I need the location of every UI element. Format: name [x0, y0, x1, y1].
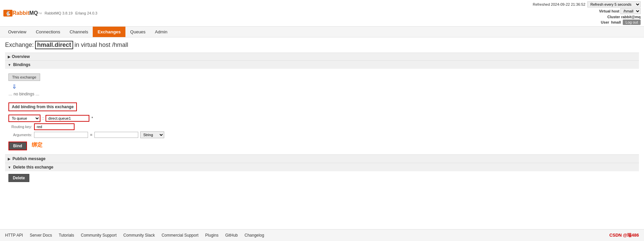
- bind-label-chinese: 绑定: [32, 142, 42, 149]
- title-prefix: Exchange:: [5, 41, 34, 49]
- logo-mq-text: MQ: [29, 10, 38, 16]
- routing-key-row: Routing key:: [8, 123, 636, 130]
- publish-section-header[interactable]: ▶ Publish message: [5, 154, 639, 163]
- colon-separator: :: [42, 116, 43, 121]
- overview-expand-icon: ▶: [8, 55, 10, 59]
- bindings-collapse-icon: ▼: [8, 63, 11, 67]
- nav-connections[interactable]: Connections: [31, 27, 65, 37]
- delete-button[interactable]: Delete: [8, 174, 29, 182]
- refreshed-timestamp: Refreshed 2024-09-22 21:36:52: [533, 2, 585, 6]
- erlang-version: Erlang 24.0.3: [75, 11, 97, 15]
- logout-button[interactable]: Log out: [623, 20, 641, 25]
- bind-button[interactable]: Bind: [8, 142, 27, 150]
- exchange-name: hmall.direct: [35, 41, 73, 49]
- nav-queues[interactable]: Queues: [125, 27, 150, 37]
- delete-label: Delete this exchange: [13, 165, 53, 170]
- down-arrow-icon: ⇓: [12, 83, 636, 90]
- arguments-label: Arguments:: [8, 133, 32, 137]
- this-exchange-button[interactable]: This exchange: [8, 73, 40, 81]
- bindings-section-header[interactable]: ▼ Bindings: [5, 60, 639, 69]
- virtual-host-select[interactable]: /hmall: [620, 8, 641, 14]
- bind-button-row: Bind 绑定: [8, 140, 636, 150]
- publish-expand-icon: ▶: [8, 157, 10, 161]
- routing-key-label: Routing key:: [8, 125, 32, 129]
- navigation: Overview Connections Channels Exchanges …: [0, 27, 644, 37]
- logo-rabbit-text: Rabbit: [12, 10, 29, 16]
- arguments-value-input[interactable]: [94, 132, 138, 138]
- user-value: hmall: [611, 20, 621, 24]
- user-label: User: [601, 20, 609, 24]
- cluster-label: Cluster: [607, 15, 620, 19]
- to-queue-select[interactable]: To queue To exchange: [8, 115, 40, 122]
- bindings-label: Bindings: [13, 62, 30, 67]
- to-queue-row: To queue To exchange : *: [8, 115, 636, 122]
- arguments-key-input[interactable]: [34, 132, 88, 138]
- arguments-row: Arguments: = String Integer Boolean: [8, 131, 636, 138]
- virtual-host-row: Virtual host /hmall: [599, 8, 641, 14]
- nav-exchanges[interactable]: Exchanges: [93, 27, 125, 37]
- cluster-value: rabbit@mq: [621, 15, 641, 19]
- overview-label: Overview: [12, 54, 30, 59]
- logo-icon: 🐇: [3, 10, 12, 17]
- add-binding-section: Add binding from this exchange To queue …: [8, 99, 636, 150]
- page-title: Exchange: hmall.direct in virtual host /…: [5, 41, 639, 49]
- equals-sign: =: [90, 132, 92, 137]
- nav-overview[interactable]: Overview: [3, 27, 31, 37]
- rabbitmq-version: RabbitMQ 3.8.19: [45, 11, 72, 15]
- logo-area: 🐇 Rabbit MQ TM RabbitMQ 3.8.19 Erlang 24…: [3, 10, 97, 17]
- top-right-info: Refreshed 2024-09-22 21:36:52 Refresh ev…: [533, 1, 641, 25]
- queue-name-input[interactable]: [46, 115, 89, 122]
- version-info: RabbitMQ 3.8.19 Erlang 24.0.3: [45, 11, 97, 15]
- user-row: User hmall Log out: [601, 20, 641, 25]
- title-suffix: in virtual host /hmall: [75, 41, 128, 49]
- virtual-host-label: Virtual host: [599, 9, 619, 13]
- bindings-body: This exchange ⇓ … no bindings … Add bind…: [5, 69, 639, 154]
- cluster-row: Cluster rabbit@mq: [607, 15, 641, 19]
- asterisk: *: [91, 116, 93, 121]
- top-bar: 🐇 Rabbit MQ TM RabbitMQ 3.8.19 Erlang 24…: [0, 0, 644, 27]
- this-exchange-btn[interactable]: This exchange: [8, 71, 636, 83]
- overview-section-header[interactable]: ▶ Overview: [5, 53, 639, 60]
- arguments-type-select[interactable]: String Integer Boolean: [140, 131, 164, 138]
- main-content: Exchange: hmall.direct in virtual host /…: [0, 37, 644, 188]
- refresh-row: Refreshed 2024-09-22 21:36:52 Refresh ev…: [533, 1, 641, 7]
- delete-section-body: Delete: [5, 171, 639, 185]
- publish-label: Publish message: [12, 156, 46, 161]
- delete-section-header[interactable]: ▼ Delete this exchange: [5, 163, 639, 171]
- no-bindings-text: … no bindings …: [8, 92, 636, 96]
- refresh-select[interactable]: Refresh every 5 seconds Refresh every 10…: [587, 1, 641, 7]
- add-binding-label[interactable]: Add binding from this exchange: [8, 102, 77, 111]
- delete-collapse-icon: ▼: [8, 165, 11, 169]
- nav-channels[interactable]: Channels: [65, 27, 93, 37]
- routing-key-input[interactable]: [34, 123, 75, 130]
- nav-admin[interactable]: Admin: [150, 27, 172, 37]
- logo-tm: TM: [38, 12, 42, 15]
- logo: 🐇 Rabbit MQ TM: [3, 10, 42, 17]
